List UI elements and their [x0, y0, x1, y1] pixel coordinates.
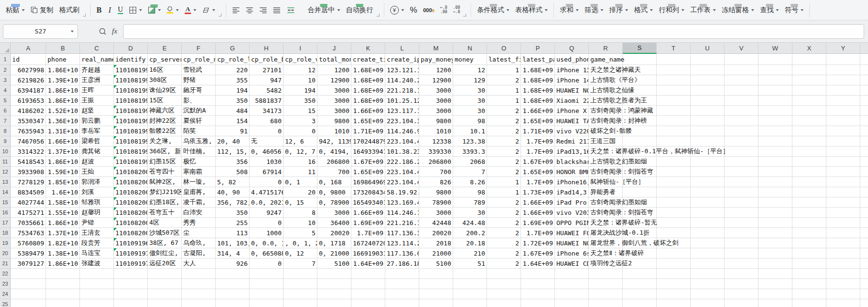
cell-G10[interactable]: 112, 15, [216, 146, 250, 157]
cell-M12[interactable]: 700 [419, 167, 453, 177]
cell-G5[interactable]: 350 [216, 96, 250, 106]
cell-J18[interactable]: 20020 [317, 228, 351, 238]
cell-M4[interactable]: 3000 [419, 85, 453, 96]
row-header-12[interactable]: 12 [0, 167, 11, 177]
cell-J1[interactable]: total_mon [317, 54, 351, 65]
cell-J22[interactable] [317, 269, 351, 279]
cell-P16[interactable]: 1.66E+09 [521, 208, 555, 218]
cell-V25[interactable] [725, 299, 758, 307]
cell-P18[interactable]: 1.7E+09 [521, 228, 555, 238]
cell-G15[interactable]: 356, 782, [216, 197, 250, 208]
cell-J2[interactable]: 1200 [317, 65, 351, 75]
cell-F6[interactable]: 沉默的A [182, 106, 216, 116]
cell-C21[interactable]: 张建波 [80, 259, 114, 269]
name-box-caret-icon[interactable] [71, 31, 74, 32]
cell-B15[interactable]: 1.58E+10 [46, 197, 80, 208]
cell-P12[interactable]: 1.65E+09 [521, 167, 555, 177]
cell-Q20[interactable]: iPhone 6s [555, 248, 589, 259]
cell-G12[interactable]: 508 [216, 167, 250, 177]
cell-K3[interactable]: 1.68E+09 [351, 75, 385, 85]
shading-button[interactable] [145, 4, 164, 16]
cell-J10[interactable]: 0, 4194, [317, 146, 351, 157]
cell-A13[interactable]: 7278129 [11, 177, 46, 187]
cell-D17[interactable]: 110108200 [114, 218, 148, 228]
cell-N7[interactable]: 98 [453, 116, 487, 126]
column-header-Y[interactable]: Y [826, 43, 860, 54]
cell-I16[interactable]: 8 [284, 208, 317, 218]
cell-E2[interactable]: 16区 [148, 65, 182, 75]
row-header-4[interactable]: 4 [0, 85, 11, 96]
cell-U17[interactable] [691, 218, 725, 228]
cell-N18[interactable]: 200.2 [453, 228, 487, 238]
cell-V21[interactable] [725, 259, 758, 269]
cell-R18[interactable]: 屠龙决战沙城-0.1折 [589, 228, 623, 238]
cell-D25[interactable] [114, 299, 148, 307]
cell-N24[interactable] [453, 289, 487, 299]
cell-D15[interactable]: 110108200 [114, 197, 148, 208]
cell-C24[interactable] [80, 289, 114, 299]
cell-Y10[interactable] [826, 146, 860, 157]
cell-D19[interactable]: 110109196 [114, 238, 148, 248]
cell-I19[interactable]: , 0, 1, 2 [284, 238, 317, 248]
cell-R25[interactable] [589, 299, 623, 307]
cell-P8[interactable]: 1.71E+09 [521, 126, 555, 136]
cell-B11[interactable]: 1.86E+10 [46, 157, 80, 167]
cell-L18[interactable]: 117.136.3 [385, 228, 419, 238]
cell-X5[interactable] [792, 96, 826, 106]
cell-H25[interactable] [250, 299, 284, 307]
cell-A5[interactable]: 6193653 [11, 96, 46, 106]
row-header-13[interactable]: 13 [0, 177, 11, 187]
cell-Q18[interactable]: HUAWEI FO [555, 228, 589, 238]
cell-G9[interactable]: 20, 40 [216, 136, 250, 146]
cell-R3[interactable]: 上古情歌《平台》 [589, 75, 623, 85]
cell-X19[interactable] [792, 238, 826, 248]
cell-W4[interactable] [758, 85, 792, 96]
cell-Y5[interactable] [826, 96, 860, 106]
cell-U18[interactable] [691, 228, 725, 238]
cell-G1[interactable]: cp_role_l [216, 54, 250, 65]
cell-A12[interactable]: 3933908 [11, 167, 46, 177]
cell-T20[interactable] [657, 248, 691, 259]
cell-E15[interactable]: 幻墨18区, [148, 197, 182, 208]
cell-Y17[interactable] [826, 218, 860, 228]
cell-Y4[interactable] [826, 85, 860, 96]
cell-I11[interactable]: 16 [284, 157, 317, 167]
cell-T2[interactable] [657, 65, 691, 75]
cell-T8[interactable] [657, 126, 691, 136]
cell-Q13[interactable]: iPhone16, [555, 177, 589, 187]
cell-B9[interactable]: 1.66E+10 [46, 136, 80, 146]
cell-P25[interactable] [521, 299, 555, 307]
cell-T9[interactable] [657, 136, 691, 146]
cell-R1[interactable]: game_name [589, 54, 623, 65]
cell-D8[interactable]: 110108199 [114, 126, 148, 136]
cell-F23[interactable] [182, 279, 216, 289]
cell-Y3[interactable] [826, 75, 860, 85]
cell-P1[interactable]: latest_pa [521, 54, 555, 65]
cell-K16[interactable]: 1.66E+09 [351, 208, 385, 218]
cell-L8[interactable]: 114.246.9 [385, 126, 419, 136]
cell-K24[interactable] [351, 289, 385, 299]
cell-O14[interactable]: 1 [487, 187, 521, 197]
cell-U25[interactable] [691, 299, 725, 307]
cell-M17[interactable]: 42448 [419, 218, 453, 228]
cell-Y25[interactable] [826, 299, 860, 307]
cell-P10[interactable]: 1.7E+09 [521, 146, 555, 157]
cell-L6[interactable]: 123.117.1 [385, 106, 419, 116]
cell-P7[interactable]: 1.65E+09 [521, 116, 555, 126]
cell-I6[interactable]: 15 [284, 106, 317, 116]
cell-E22[interactable] [148, 269, 182, 279]
column-header-T[interactable]: T [657, 43, 691, 54]
column-header-F[interactable]: F [182, 43, 216, 54]
cell-X6[interactable] [792, 106, 826, 116]
align-left-button[interactable] [229, 5, 243, 16]
decrease-decimal-button[interactable]: .00→.0 [450, 4, 463, 16]
font-color-button[interactable]: A [182, 4, 199, 16]
cell-V11[interactable] [725, 157, 758, 167]
sum-button[interactable]: 求和 [557, 4, 582, 16]
cell-M15[interactable]: 78900 [419, 197, 453, 208]
cell-N17[interactable]: 424.48 [453, 218, 487, 228]
cell-D12[interactable]: 110108200 [114, 167, 148, 177]
cell-W7[interactable] [758, 116, 792, 126]
cell-B5[interactable]: 1.86E+10 [46, 96, 80, 106]
cell-H7[interactable]: 680 [250, 116, 284, 126]
